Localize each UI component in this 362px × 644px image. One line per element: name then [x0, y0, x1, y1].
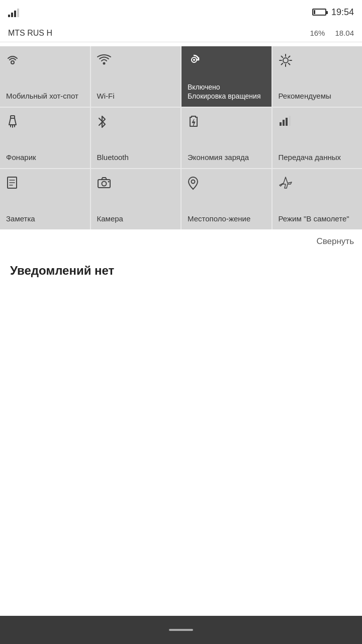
tile-rotation-lock[interactable]: Включено Блокировка вращения — [182, 46, 272, 107]
tile-battery-saver[interactable]: Экономия заряда — [182, 108, 272, 168]
battery-icon — [312, 9, 326, 16]
camera-icon — [97, 176, 111, 190]
rotation-sublabel: Включено — [188, 83, 261, 92]
note-icon — [6, 176, 18, 191]
tile-data-transfer[interactable]: Передача данных — [273, 108, 363, 168]
tile-camera[interactable]: Камера — [91, 169, 181, 229]
hotspot-icon — [6, 53, 19, 67]
signal-icon — [8, 7, 19, 17]
flashlight-icon — [6, 115, 19, 130]
svg-line-9 — [281, 56, 283, 58]
home-indicator[interactable] — [169, 629, 193, 631]
svg-point-27 — [108, 181, 109, 183]
date-display: 18.04 — [335, 29, 354, 37]
bottom-bar — [0, 616, 362, 644]
rotation-icon — [188, 53, 201, 68]
tile-bluetooth[interactable]: Bluetooth — [91, 108, 181, 168]
tile-wifi[interactable]: Wi-Fi — [91, 46, 181, 107]
svg-rect-20 — [289, 116, 291, 126]
wifi-icon — [97, 53, 111, 67]
status-right: 19:54 — [312, 7, 354, 18]
status-bar: 19:54 — [0, 0, 362, 24]
tile-note[interactable]: Заметка — [0, 169, 90, 229]
tile-airplane[interactable]: Режим "В самолете" — [273, 169, 363, 229]
svg-point-0 — [11, 61, 14, 64]
no-notifications-label: Уведомлений нет — [10, 264, 114, 277]
rotation-label: Блокировка вращения — [188, 92, 261, 101]
collapse-row: Свернуть — [0, 229, 362, 254]
camera-label: Камера — [97, 214, 123, 224]
svg-point-1 — [103, 62, 105, 65]
no-notifications: Уведомлений нет — [0, 254, 362, 288]
svg-point-3 — [193, 59, 195, 61]
brightness-icon — [279, 53, 293, 69]
data-transfer-label: Передача данных — [279, 152, 341, 163]
hotspot-label: Мобильный хот-спот — [6, 91, 78, 101]
note-label: Заметка — [6, 214, 35, 224]
battery-saver-icon — [188, 115, 200, 131]
wifi-label: Wi-Fi — [97, 91, 115, 101]
brightness-label: Рекомендуемы — [279, 91, 331, 101]
carrier-name: MTS RUS H — [8, 29, 52, 38]
svg-rect-19 — [286, 118, 288, 126]
svg-rect-17 — [280, 122, 282, 126]
svg-point-4 — [283, 58, 288, 63]
airplane-label: Режим "В самолете" — [279, 214, 349, 224]
svg-line-12 — [281, 63, 283, 65]
tile-flashlight[interactable]: Фонарик — [0, 108, 90, 168]
svg-rect-25 — [98, 180, 110, 188]
tile-location[interactable]: Местополо-жение — [182, 169, 272, 229]
location-icon — [188, 176, 199, 192]
svg-rect-18 — [283, 120, 285, 126]
carrier-bar: MTS RUS H 16% 18.04 — [0, 24, 362, 42]
svg-point-28 — [192, 180, 195, 184]
quick-tiles-grid: Мобильный хот-спот Wi-Fi Включено Блоки — [0, 46, 362, 229]
location-label: Местополо-жение — [188, 214, 250, 224]
time-display: 19:54 — [331, 7, 354, 18]
carrier-right: 16% 18.04 — [310, 29, 354, 37]
tile-brightness[interactable]: Рекомендуемы — [273, 46, 363, 107]
tile-hotspot[interactable]: Мобильный хот-спот — [0, 46, 90, 107]
data-transfer-icon — [279, 115, 293, 129]
svg-line-10 — [288, 63, 290, 65]
airplane-icon — [279, 176, 293, 191]
svg-line-11 — [288, 56, 290, 58]
svg-point-26 — [102, 182, 106, 186]
status-left — [8, 7, 19, 17]
bluetooth-label: Bluetooth — [97, 152, 129, 163]
battery-percent: 16% — [310, 29, 325, 37]
bluetooth-icon — [97, 115, 107, 131]
battery-saver-label: Экономия заряда — [188, 152, 249, 163]
collapse-button[interactable]: Свернуть — [316, 236, 354, 247]
flashlight-label: Фонарик — [6, 152, 36, 163]
